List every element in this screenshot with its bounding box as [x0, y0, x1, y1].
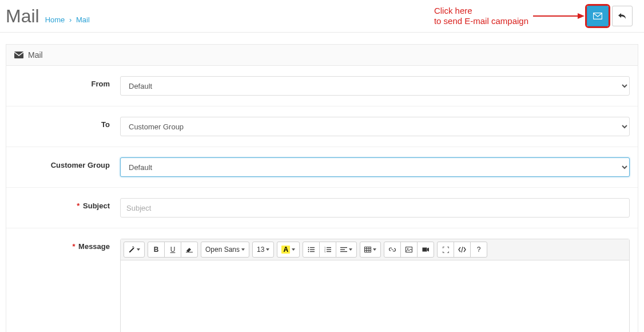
video-icon — [422, 247, 429, 252]
label-subject: * Subject — [14, 198, 120, 218]
page-header: Mail Home › Mail Click here to send E-ma… — [0, 0, 644, 33]
editor-font-size-button[interactable]: 13 — [252, 242, 274, 258]
svg-point-7 — [308, 251, 309, 252]
code-icon — [458, 247, 466, 252]
editor-paragraph-button[interactable] — [336, 242, 357, 258]
label-customer-group: Customer Group — [14, 157, 120, 177]
header-left: Mail Home › Mail — [6, 7, 90, 25]
editor-link-button[interactable] — [384, 242, 401, 258]
label-to: To — [14, 117, 120, 136]
editor-table-button[interactable] — [360, 242, 381, 258]
svg-marker-1 — [578, 13, 585, 19]
svg-rect-27 — [423, 248, 427, 252]
align-icon — [340, 247, 347, 252]
eraser-icon — [186, 247, 193, 252]
breadcrumb: Home › Mail — [45, 15, 90, 24]
editor-ul-button[interactable] — [303, 242, 320, 258]
editor-eraser-button[interactable] — [181, 242, 198, 258]
back-button[interactable] — [612, 6, 633, 26]
svg-rect-3 — [14, 52, 23, 58]
row-subject: * Subject — [6, 188, 638, 228]
svg-marker-28 — [427, 248, 429, 252]
picture-icon — [406, 247, 412, 252]
page-title: Mail — [6, 7, 39, 25]
breadcrumb-current[interactable]: Mail — [76, 15, 90, 24]
table-icon — [364, 247, 371, 252]
editor-ol-button[interactable]: 123 — [319, 242, 336, 258]
breadcrumb-separator: › — [69, 15, 71, 24]
editor-video-button[interactable] — [417, 242, 434, 258]
row-from: From Default — [6, 66, 638, 106]
reply-arrow-icon — [618, 13, 626, 19]
row-message: * Message B U — [6, 228, 638, 332]
send-button[interactable] — [587, 6, 609, 26]
from-select[interactable]: Default — [120, 76, 630, 96]
row-customer-group: Customer Group Default — [6, 147, 638, 188]
header-right: Click here to send E-mail campaign — [434, 6, 633, 26]
annotation-line2: to send E-mail campaign — [434, 16, 528, 26]
annotation-text: Click here to send E-mail campaign — [434, 6, 528, 26]
magic-wand-icon — [128, 246, 135, 253]
svg-text:3: 3 — [324, 251, 326, 252]
editor-bold-button[interactable]: B — [148, 242, 165, 258]
svg-point-5 — [308, 247, 309, 248]
editor-codeview-button[interactable] — [454, 242, 471, 258]
svg-point-6 — [308, 249, 309, 250]
envelope-icon — [593, 13, 602, 19]
link-icon — [389, 247, 396, 252]
mail-panel: Mail From Default To Customer Group Cust… — [6, 44, 638, 332]
editor-magic-button[interactable] — [124, 242, 145, 258]
fullscreen-icon — [443, 247, 449, 253]
customer-group-select[interactable]: Default — [120, 157, 630, 177]
annotation-line1: Click here — [434, 6, 472, 15]
editor-underline-button[interactable]: U — [164, 242, 181, 258]
subject-input[interactable] — [120, 198, 630, 218]
editor-fullscreen-button[interactable] — [437, 242, 454, 258]
editor-toolbar: B U Open Sans 13 A — [121, 239, 629, 260]
panel-title: Mail — [28, 50, 43, 60]
envelope-icon — [14, 52, 23, 58]
breadcrumb-home[interactable]: Home — [45, 15, 65, 24]
panel-heading: Mail — [6, 45, 638, 66]
annotation-arrow-icon — [533, 12, 585, 20]
svg-rect-20 — [365, 247, 371, 252]
to-select[interactable]: Customer Group — [120, 117, 630, 136]
editor-body[interactable] — [121, 260, 629, 332]
label-message: * Message — [14, 239, 120, 332]
editor-font-color-button[interactable]: A — [277, 242, 300, 258]
editor-font-family-button[interactable]: Open Sans — [201, 242, 249, 258]
svg-line-29 — [462, 247, 463, 252]
editor-picture-button[interactable] — [400, 242, 418, 258]
editor-help-button[interactable]: ? — [470, 242, 487, 258]
row-to: To Customer Group — [6, 106, 638, 147]
message-editor: B U Open Sans 13 A — [120, 239, 630, 332]
list-ul-icon — [308, 247, 315, 252]
list-ol-icon: 123 — [324, 247, 331, 252]
svg-point-26 — [407, 248, 408, 250]
label-from: From — [14, 76, 120, 96]
